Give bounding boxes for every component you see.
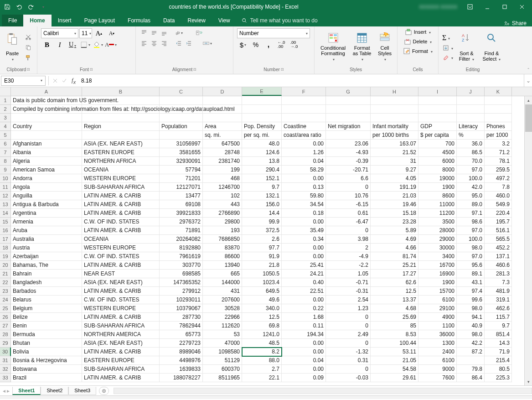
cell[interactable] [457,96,485,105]
cell[interactable]: 8.2 [242,348,282,356]
cell[interactable]: 0.00 [282,296,326,304]
cell[interactable]: 0.04 [282,356,326,365]
row-header[interactable]: 23 [0,287,11,296]
cell[interactable]: 20264082 [160,235,203,244]
cell[interactable]: OCEANIA [82,235,160,244]
cell[interactable]: 24.21 [282,270,326,278]
cell[interactable]: Bhutan [11,339,82,348]
fx-icon[interactable]: fx [72,77,76,85]
cell[interactable]: 7600 [418,374,457,382]
cell[interactable]: 70.0 [457,157,485,166]
ribbon-options-button[interactable] [462,1,478,12]
undo-button[interactable] [14,1,25,12]
cell[interactable]: -4.9 [326,252,371,261]
cell[interactable]: Bahamas, The [11,261,82,270]
cell[interactable]: 0.00 [282,174,326,183]
cell[interactable]: 9000 [418,365,457,374]
cell[interactable]: 0.00 [282,365,326,374]
cell[interactable]: 279912 [160,287,203,296]
column-header-F[interactable]: F [282,87,326,96]
cell[interactable]: 29800 [203,218,242,226]
cell[interactable]: 1246700 [203,183,242,192]
row-header[interactable]: 7 [0,148,11,157]
sheet-nav[interactable]: ◂ ▸ [0,388,12,394]
cell[interactable]: 372.5 [242,226,282,235]
row-header[interactable]: 28 [0,330,11,339]
cell[interactable]: sq. mi. [203,131,242,140]
cell[interactable]: 39921833 [160,209,203,218]
cell[interactable]: EASTERN EUROPE [82,356,160,365]
font-name-combo[interactable]: Calibri▾ [41,28,78,38]
cell[interactable]: Afghanistan [11,140,82,148]
cell[interactable]: ASIA (EX. NEAR EAST) [82,339,160,348]
cell[interactable]: 89.0 [457,200,485,209]
fill-color-button[interactable] [92,40,104,50]
cell[interactable]: 188078227 [160,374,203,382]
cell[interactable]: Compiled by combining information from f… [11,105,82,114]
align-middle-button[interactable] [150,28,159,37]
cell[interactable]: 49.6 [242,296,282,304]
font-color-button[interactable]: A [105,40,117,50]
cell[interactable]: 2766890 [203,209,242,218]
cell[interactable]: 431 [203,287,242,296]
cell[interactable]: 7.3 [485,278,512,287]
cell[interactable]: 3581655 [160,148,203,157]
cell[interactable]: 649.5 [242,287,282,296]
cell[interactable]: 22.1 [242,374,282,382]
cell[interactable]: 319.1 [485,296,512,304]
row-header[interactable]: 8 [0,157,11,166]
vertical-scrollbar[interactable]: ▴ ▾ [524,96,532,385]
cell[interactable]: 99.6 [457,296,485,304]
cell[interactable]: 2 [326,244,371,252]
cell[interactable]: 0.09 [282,374,326,382]
cell[interactable]: 600370 [203,365,242,374]
cell[interactable]: 48.0 [242,140,282,148]
cell[interactable]: 59.80 [282,192,326,200]
cell[interactable]: 195.7 [485,218,512,226]
cell[interactable]: 99.9 [242,218,282,226]
cell[interactable]: 79.8 [457,365,485,374]
cell[interactable]: Botswana [11,365,82,374]
cell[interactable] [371,105,418,114]
cell[interactable]: 549.9 [485,200,512,209]
cell-styles-button[interactable]: Cell Styles [376,31,393,63]
cell[interactable] [457,105,485,114]
sheet-tab[interactable]: Sheet2 [41,387,68,395]
cell[interactable]: SUB-SAHARAN AFRICA [82,365,160,374]
row-header[interactable]: 20 [0,261,11,270]
paste-button[interactable]: Paste [4,31,21,63]
cell[interactable]: 0.00 [282,140,326,148]
percent-button[interactable]: % [250,40,262,50]
orientation-button[interactable]: ab [174,28,183,37]
cell[interactable]: -1.32 [326,348,371,356]
cell[interactable]: 98.6 [457,218,485,226]
cell[interactable]: 97.7 [242,244,282,252]
row-header[interactable]: 13 [0,200,11,209]
cell[interactable]: -0.71 [326,278,371,287]
name-box[interactable]: E30▾ [1,76,46,86]
cell[interactable]: EASTERN EUROPE [82,148,160,157]
cell[interactable] [326,105,371,114]
cut-button[interactable] [24,32,33,42]
cell[interactable]: 17.27 [371,270,418,278]
wrap-text-button[interactable]: ab [193,28,205,37]
cell[interactable] [282,105,326,114]
cell[interactable]: 0.61 [326,209,371,218]
cell[interactable]: 88.0 [242,356,282,365]
cell[interactable]: 698585 [160,270,203,278]
cell[interactable]: 19000 [418,174,457,183]
cell[interactable]: 85 [371,322,418,330]
cell[interactable]: WESTERN EUROPE [82,304,160,313]
cell[interactable]: Barbados [11,287,82,296]
cell[interactable]: 1050.5 [242,270,282,278]
cell[interactable]: NORTHERN AFRICA [82,157,160,166]
cell[interactable]: 31056997 [160,140,203,148]
cell[interactable]: Net migration [326,122,371,131]
sheet-tab[interactable]: Sheet1 [12,387,41,395]
cell[interactable]: C.W. OF IND. STATES [82,218,160,226]
cell[interactable]: 6000 [418,157,457,166]
cell[interactable]: 25.69 [371,313,418,322]
cell[interactable]: 3.98 [326,235,371,244]
decrease-indent-button[interactable] [174,39,183,48]
cell[interactable]: 191.19 [371,183,418,192]
